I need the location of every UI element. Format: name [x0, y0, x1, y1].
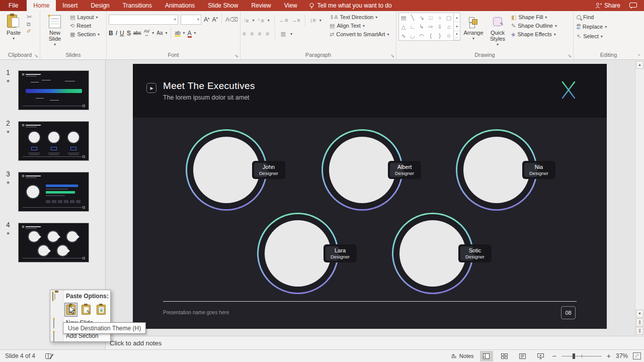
decrease-indent-button[interactable]: ←≡: [279, 18, 288, 23]
slide-2-thumbnail[interactable]: [18, 121, 89, 161]
scroll-down-icon[interactable]: ▼: [636, 310, 643, 318]
decrease-font-size-button[interactable]: A▾: [212, 16, 218, 23]
paste-picture-button[interactable]: [95, 303, 108, 317]
tab-file[interactable]: File: [0, 0, 27, 11]
shape-arc-icon[interactable]: ◠: [419, 33, 424, 39]
strikethrough-button[interactable]: abc: [133, 30, 141, 36]
member-photo[interactable]: [265, 220, 331, 287]
align-left-button[interactable]: ≡: [243, 31, 246, 37]
shapes-scroll-up-icon[interactable]: ▲: [454, 13, 460, 22]
normal-view-button[interactable]: [480, 351, 493, 361]
shape-elbow-arrow-icon[interactable]: ↳: [419, 24, 424, 30]
slide-editing-area[interactable]: ▶ Meet The Executives The lorem ipsum do…: [106, 60, 635, 336]
shape-oval-icon[interactable]: ○: [438, 15, 442, 21]
justify-button[interactable]: ≡: [266, 31, 269, 37]
quick-styles-button[interactable]: Quick Styles ▾: [487, 13, 509, 51]
tab-animations[interactable]: Animations: [158, 0, 201, 11]
member-lara[interactable]: Lara Designer: [257, 213, 339, 294]
member-photo[interactable]: [463, 137, 530, 203]
notes-placeholder[interactable]: Click to add notes: [110, 339, 162, 347]
zoom-slider-thumb[interactable]: [573, 353, 575, 359]
shape-curve-icon[interactable]: ◡: [410, 33, 415, 39]
font-color-button[interactable]: A: [188, 30, 192, 37]
member-sotic[interactable]: Sotic Designer: [392, 213, 473, 294]
member-badge[interactable]: Nia Designer: [522, 161, 555, 179]
paste-button[interactable]: Paste ▾: [2, 13, 25, 51]
increase-indent-button[interactable]: →≡: [291, 18, 300, 23]
shapes-gallery[interactable]: ▤╲↘□○▢ △∟↳⇨⇩⌂ ∿◡◠{}☆ ▲ ▼ ▼─: [398, 13, 460, 41]
cut-icon[interactable]: ✂: [27, 14, 32, 20]
spell-check-icon[interactable]: [45, 353, 54, 359]
slide-4-thumbnail[interactable]: [18, 223, 89, 262]
copy-icon[interactable]: ⧉: [27, 22, 32, 27]
shape-line-icon[interactable]: ╲: [411, 15, 415, 21]
shapes-more-icon[interactable]: ▼─: [454, 31, 460, 40]
tab-transitions[interactable]: Transitions: [116, 0, 158, 11]
share-button[interactable]: Share: [595, 2, 620, 9]
shape-star-icon[interactable]: ☆: [446, 33, 451, 39]
member-albert[interactable]: Albert Designer: [321, 129, 403, 211]
slide-title[interactable]: Meet The Executives: [163, 80, 255, 92]
slide-footer-text[interactable]: Presentation name goes here: [163, 310, 229, 315]
format-painter-icon[interactable]: ✐: [27, 29, 32, 34]
member-john[interactable]: John Designer: [186, 129, 267, 211]
change-case-button[interactable]: Aa: [156, 30, 163, 36]
zoom-slider[interactable]: [561, 356, 602, 356]
tab-design[interactable]: Design: [84, 0, 116, 11]
find-button[interactable]: Find: [576, 14, 608, 21]
shape-callout-icon[interactable]: ⌂: [447, 24, 451, 30]
scroll-up-icon[interactable]: ▲: [636, 61, 643, 69]
shape-right-arrow-icon[interactable]: ⇨: [428, 24, 433, 30]
member-nia[interactable]: Nia Designer: [456, 129, 537, 211]
shapes-scroll-down-icon[interactable]: ▼: [454, 22, 460, 31]
select-button[interactable]: ↖Select▾: [576, 33, 608, 40]
text-shadow-button[interactable]: S: [127, 30, 131, 37]
layout-button[interactable]: ▤Layout▾: [69, 14, 101, 21]
slide-page-number[interactable]: 08: [561, 306, 576, 319]
clear-formatting-button[interactable]: A⌫: [225, 17, 238, 23]
highlight-color-button[interactable]: ab: [175, 30, 180, 36]
zoom-level[interactable]: 37%: [616, 352, 628, 359]
previous-slide-icon[interactable]: ∧∧: [636, 318, 643, 326]
line-spacing-button[interactable]: ↕≡: [310, 18, 316, 23]
shape-triangle-icon[interactable]: △: [401, 24, 406, 30]
next-slide-icon[interactable]: ∨∨: [636, 327, 643, 335]
bullets-button[interactable]: ≡: [243, 18, 249, 24]
shape-left-brace-icon[interactable]: {: [430, 33, 432, 39]
drawing-dialog-launcher-icon[interactable]: ⇘: [568, 53, 572, 58]
notes-pane[interactable]: Click to add notes: [106, 336, 644, 349]
slide-1-thumbnail[interactable]: [18, 70, 89, 110]
shape-effects-button[interactable]: ◈Shape Effects▾: [510, 31, 558, 38]
font-name-combobox[interactable]: ▾: [109, 15, 178, 25]
section-button[interactable]: ▦Section▾: [69, 31, 101, 38]
convert-to-smartart-button[interactable]: ⇄Convert to SmartArt▾: [329, 31, 390, 38]
tab-view[interactable]: View: [278, 0, 304, 11]
comments-icon[interactable]: [629, 3, 637, 9]
notes-toggle-button[interactable]: Notes: [450, 352, 475, 359]
paste-keep-source-formatting-button[interactable]: [79, 303, 93, 317]
member-badge[interactable]: Lara Designer: [324, 244, 357, 262]
zoom-in-button[interactable]: +: [607, 352, 611, 360]
shape-arrow-icon[interactable]: ↘: [419, 15, 424, 21]
new-slide-button[interactable]: New Slide ▾: [42, 13, 67, 51]
paragraph-dialog-launcher-icon[interactable]: ⇘: [390, 53, 394, 58]
align-center-button[interactable]: ≡: [250, 31, 253, 37]
slide-show-button[interactable]: [534, 351, 547, 361]
vertical-scrollbar[interactable]: ▲ ▼ ∧∧ ∨∨: [635, 60, 644, 336]
numbering-button[interactable]: ≡: [258, 18, 264, 24]
align-right-button[interactable]: ≡: [258, 31, 261, 37]
member-badge[interactable]: Sotic Designer: [458, 244, 492, 262]
shape-right-brace-icon[interactable]: }: [439, 33, 441, 39]
increase-font-size-button[interactable]: A▴: [204, 16, 210, 23]
slide-3-thumbnail[interactable]: [18, 172, 89, 212]
member-badge[interactable]: Albert Designer: [388, 161, 421, 179]
reading-view-button[interactable]: [516, 351, 529, 361]
fit-slide-to-window-button[interactable]: ⤢: [633, 352, 641, 359]
replace-button[interactable]: abacReplace▾: [576, 23, 608, 30]
slide-canvas[interactable]: ▶ Meet The Executives The lorem ipsum do…: [133, 64, 607, 329]
tab-home[interactable]: Home: [27, 0, 56, 11]
text-direction-button[interactable]: ⇕AText Direction▾: [329, 14, 390, 21]
member-photo[interactable]: [399, 220, 466, 287]
character-spacing-button[interactable]: AV↔: [144, 30, 149, 37]
font-dialog-launcher-icon[interactable]: ⇘: [234, 53, 238, 58]
